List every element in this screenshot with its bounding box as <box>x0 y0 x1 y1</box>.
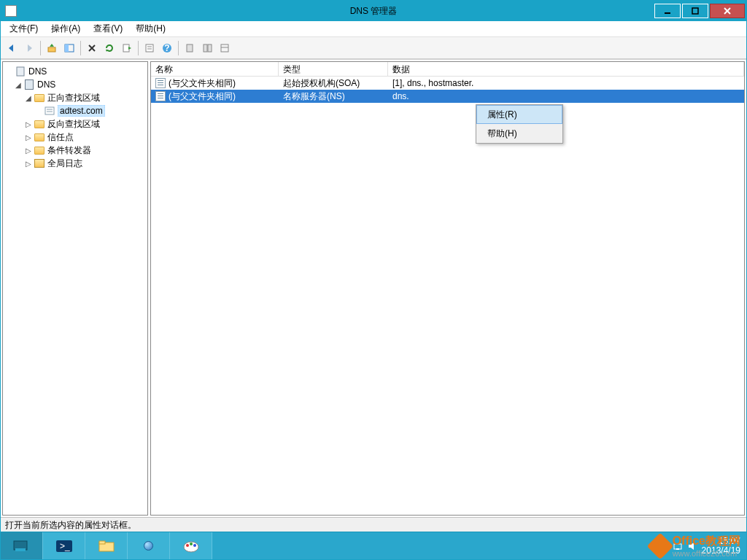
tree-label: adtest.com <box>58 105 105 117</box>
tree-label: DNS <box>37 79 55 90</box>
context-menu: 属性(R) 帮助(H) <box>476 104 563 144</box>
chevron-right-icon[interactable]: ▷ <box>23 147 34 155</box>
tray-time: 15:07 <box>719 537 740 546</box>
svg-rect-22 <box>208 44 212 52</box>
back-button[interactable] <box>4 40 20 56</box>
forward-button[interactable] <box>21 40 37 56</box>
svg-rect-30 <box>15 548 26 551</box>
list-row[interactable]: (与父文件夹相同) 起始授权机构(SOA) [1], dns., hostmas… <box>151 77 744 90</box>
folder-icon <box>34 118 45 130</box>
tree-label: 全局日志 <box>47 158 82 170</box>
context-help[interactable]: 帮助(H) <box>476 124 562 143</box>
svg-rect-21 <box>204 44 207 52</box>
show-hide-button[interactable] <box>61 40 77 56</box>
svg-text:?: ? <box>164 43 169 53</box>
globe-icon <box>144 541 153 551</box>
minimize-button[interactable] <box>654 4 681 18</box>
close-button[interactable] <box>710 4 745 18</box>
export-button[interactable] <box>119 40 135 56</box>
cell-type: 起始授权机构(SOA) <box>283 77 360 90</box>
svg-rect-9 <box>65 44 69 52</box>
tree-forward-zones[interactable]: ◢ 正向查找区域 <box>4 91 146 104</box>
folder-icon <box>34 144 45 156</box>
tray-flag-icon[interactable] <box>658 541 668 551</box>
tree-label: DNS <box>28 66 47 77</box>
svg-marker-7 <box>50 44 54 47</box>
dns-root-icon <box>15 66 26 77</box>
record-icon <box>155 78 166 88</box>
up-button[interactable] <box>44 40 60 56</box>
folder-icon <box>34 92 45 104</box>
col-type[interactable]: 类型 <box>279 62 388 76</box>
chevron-right-icon[interactable]: ▷ <box>23 160 34 168</box>
task-paint[interactable] <box>170 532 212 559</box>
chevron-down-icon[interactable]: ◢ <box>13 81 23 89</box>
svg-rect-1 <box>692 8 698 14</box>
svg-rect-23 <box>221 44 228 52</box>
col-name[interactable]: 名称 <box>151 62 279 76</box>
svg-marker-5 <box>28 44 32 52</box>
col-data[interactable]: 数据 <box>388 62 744 76</box>
record-icon <box>155 91 166 101</box>
task-server-manager[interactable] <box>1 532 43 559</box>
menu-help[interactable]: 帮助(H) <box>130 21 171 36</box>
filter1-button[interactable] <box>182 40 198 56</box>
chevron-down-icon[interactable]: ◢ <box>23 94 34 102</box>
tree-root[interactable]: DNS <box>4 65 146 78</box>
filter2-button[interactable] <box>199 40 215 56</box>
chevron-right-icon[interactable]: ▷ <box>23 120 34 128</box>
tree-reverse-zones[interactable]: ▷ 反向查找区域 <box>4 117 146 131</box>
delete-button[interactable] <box>84 40 100 56</box>
cell-data: [1], dns., hostmaster. <box>392 78 473 88</box>
help-button[interactable]: ? <box>159 40 175 56</box>
app-icon <box>5 5 17 17</box>
svg-point-38 <box>193 544 196 547</box>
taskbar[interactable]: >_ 15:07 2013/4/19 Office教程网 www.office2… <box>1 532 746 559</box>
svg-marker-4 <box>9 44 13 52</box>
tree-conditional-forwarders[interactable]: ▷ 条件转发器 <box>4 144 146 157</box>
list-header: 名称 类型 数据 <box>151 62 744 77</box>
tree-server[interactable]: ◢ DNS <box>4 78 146 91</box>
tray-sound-icon[interactable] <box>687 541 697 551</box>
context-properties[interactable]: 属性(R) <box>476 105 562 124</box>
maximize-button[interactable] <box>682 4 708 18</box>
status-text: 打开当前所选内容的属性对话框。 <box>5 520 136 530</box>
server-icon <box>23 79 35 90</box>
task-explorer[interactable] <box>85 532 128 559</box>
svg-text:>_: >_ <box>60 541 70 551</box>
tree-label: 信任点 <box>47 131 74 144</box>
properties-button[interactable] <box>142 40 158 56</box>
cell-data: dns. <box>392 91 409 101</box>
cell-name: (与父文件夹相同) <box>169 90 236 103</box>
menu-view[interactable]: 查看(V) <box>88 21 128 36</box>
list-body: (与父文件夹相同) 起始授权机构(SOA) [1], dns., hostmas… <box>151 77 744 515</box>
svg-rect-34 <box>99 541 105 544</box>
menu-file[interactable]: 文件(F) <box>4 21 44 36</box>
task-powershell[interactable]: >_ <box>43 532 85 559</box>
tray-date: 2013/4/19 <box>702 546 740 556</box>
svg-rect-25 <box>17 67 24 76</box>
tree-pane[interactable]: DNS ◢ DNS ◢ 正向查找区域 adtest.com ▷ 反向查找区域 <box>2 61 148 516</box>
tree-zone-adtest[interactable]: adtest.com <box>4 104 146 117</box>
system-tray[interactable]: 15:07 2013/4/19 <box>652 532 746 559</box>
log-icon <box>34 158 45 169</box>
svg-rect-41 <box>674 544 681 549</box>
svg-marker-43 <box>689 542 694 550</box>
tree-trust-points[interactable]: ▷ 信任点 <box>4 131 146 144</box>
filter3-button[interactable] <box>217 40 233 56</box>
tree-label: 反向查找区域 <box>47 118 100 131</box>
cell-type: 名称服务器(NS) <box>283 90 345 103</box>
refresh-button[interactable] <box>101 40 117 56</box>
list-row[interactable]: (与父文件夹相同) 名称服务器(NS) dns. <box>151 90 744 103</box>
task-dns[interactable] <box>128 532 170 559</box>
chevron-right-icon[interactable]: ▷ <box>23 133 34 141</box>
menu-action[interactable]: 操作(A) <box>45 21 86 36</box>
statusbar: 打开当前所选内容的属性对话框。 <box>1 517 746 532</box>
tree-global-logs[interactable]: ▷ 全局日志 <box>4 157 146 170</box>
list-pane[interactable]: 名称 类型 数据 (与父文件夹相同) 起始授权机构(SOA) [1], dns.… <box>150 61 745 516</box>
tray-network-icon[interactable] <box>673 541 683 551</box>
cell-name: (与父文件夹相同) <box>169 77 236 90</box>
titlebar[interactable]: DNS 管理器 <box>1 1 746 21</box>
svg-marker-14 <box>128 47 131 50</box>
svg-point-37 <box>190 542 193 545</box>
